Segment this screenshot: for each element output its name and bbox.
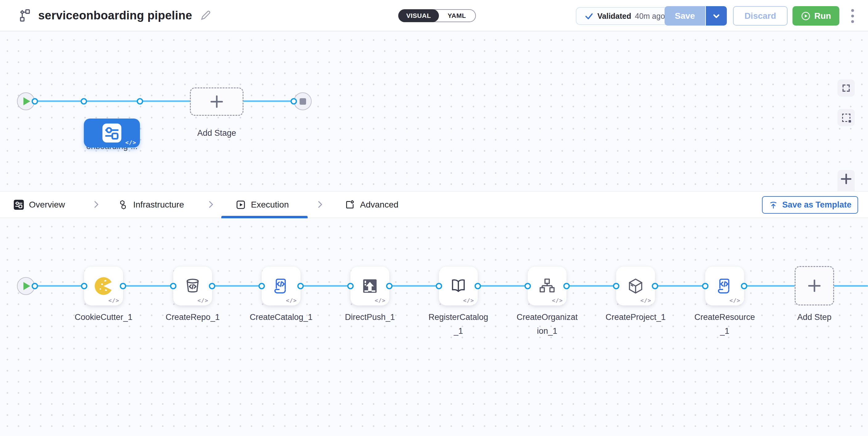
direct-push-icon bbox=[361, 277, 379, 295]
chevron-right-icon bbox=[91, 200, 101, 209]
zoom-out-button[interactable] bbox=[837, 188, 855, 192]
check-icon bbox=[584, 11, 594, 21]
execution-canvas[interactable]: </> </> bbox=[0, 218, 868, 436]
port bbox=[563, 283, 570, 290]
step-node-cookiecutter[interactable]: </> bbox=[84, 267, 123, 305]
port bbox=[652, 283, 658, 290]
pipeline-icon bbox=[17, 8, 31, 23]
port bbox=[209, 283, 215, 290]
selection-mode-button[interactable] bbox=[837, 109, 855, 126]
step-code-badge: </> bbox=[286, 297, 297, 304]
step-node-createproject[interactable]: </> bbox=[616, 267, 655, 305]
infrastructure-icon bbox=[118, 200, 128, 210]
advanced-icon bbox=[345, 200, 355, 210]
active-tab-underline bbox=[221, 216, 308, 218]
step-code-badge: </> bbox=[552, 297, 563, 304]
add-step-button[interactable] bbox=[795, 266, 834, 305]
step-node-createorganization[interactable]: </> bbox=[528, 267, 566, 305]
marquee-icon bbox=[842, 113, 850, 122]
pipeline-studio: serviceonboarding pipeline VISUAL YAML V… bbox=[0, 0, 868, 436]
step-code-badge: </> bbox=[108, 297, 119, 304]
run-label: Run bbox=[814, 11, 831, 21]
port bbox=[347, 283, 354, 290]
port bbox=[436, 283, 442, 290]
step-node-directpush[interactable]: </> bbox=[350, 267, 389, 305]
port bbox=[741, 283, 747, 290]
open-book-icon bbox=[449, 276, 468, 296]
toggle-visual[interactable]: VISUAL bbox=[398, 9, 439, 22]
stage-canvas[interactable]: </> service- onboarding-... Add Stage bbox=[0, 31, 868, 191]
save-options-button[interactable] bbox=[706, 6, 727, 26]
cookie-cutter-icon bbox=[94, 276, 113, 296]
org-chart-icon bbox=[538, 277, 556, 295]
zoom-in-button[interactable] bbox=[837, 170, 855, 188]
run-button[interactable]: Run bbox=[793, 6, 839, 26]
toggle-yaml[interactable]: YAML bbox=[438, 9, 475, 22]
step-label: CookieCutter_1 bbox=[63, 310, 144, 324]
stop-icon bbox=[300, 98, 306, 105]
add-stage-button[interactable] bbox=[190, 88, 244, 116]
tab-execution[interactable]: Execution bbox=[236, 192, 289, 218]
stage-flow-line bbox=[26, 100, 303, 102]
port bbox=[613, 283, 620, 290]
overview-icon bbox=[13, 200, 24, 210]
repo-bucket-icon bbox=[183, 277, 202, 295]
plus-icon bbox=[841, 174, 851, 184]
port bbox=[291, 98, 297, 105]
stage-node[interactable]: </> bbox=[84, 119, 140, 147]
save-button[interactable]: Save bbox=[664, 6, 706, 26]
kebab-menu-icon[interactable] bbox=[843, 7, 862, 25]
pencil-icon[interactable] bbox=[199, 9, 212, 22]
discard-button[interactable]: Discard bbox=[733, 6, 787, 26]
port bbox=[525, 283, 531, 290]
fullscreen-button[interactable] bbox=[837, 79, 855, 97]
start-play-icon bbox=[24, 97, 30, 105]
play-circle-icon bbox=[801, 11, 811, 21]
step-code-badge: </> bbox=[640, 297, 651, 304]
validated-time: 40m ago bbox=[635, 12, 665, 21]
code-scroll-icon bbox=[715, 276, 734, 296]
add-step-label: Add Step bbox=[774, 310, 855, 324]
plus-icon bbox=[211, 96, 223, 108]
chevron-right-icon bbox=[315, 200, 325, 209]
port bbox=[702, 283, 709, 290]
upload-icon bbox=[769, 200, 778, 210]
step-node-createresource[interactable]: </> bbox=[705, 267, 744, 305]
step-node-createrepo[interactable]: </> bbox=[173, 267, 212, 305]
title-group: serviceonboarding pipeline bbox=[17, 0, 212, 31]
page-title: serviceonboarding pipeline bbox=[38, 9, 192, 22]
plus-icon bbox=[808, 279, 820, 292]
step-label: RegisterCatalog_1 bbox=[418, 310, 498, 338]
fullscreen-icon bbox=[841, 83, 851, 93]
step-code-badge: </> bbox=[463, 297, 474, 304]
mode-toggle: VISUAL YAML bbox=[398, 9, 476, 22]
header: serviceonboarding pipeline VISUAL YAML V… bbox=[0, 0, 868, 31]
step-node-createcatalog[interactable]: </> bbox=[262, 267, 301, 305]
chevron-right-icon bbox=[206, 200, 216, 209]
save-as-template-button[interactable]: Save as Template bbox=[762, 196, 858, 214]
step-code-badge: </> bbox=[374, 297, 385, 304]
tab-advanced[interactable]: Advanced bbox=[345, 192, 399, 218]
port bbox=[81, 98, 87, 105]
step-label: CreateProject_1 bbox=[595, 310, 676, 324]
port bbox=[258, 283, 265, 290]
tab-infrastructure[interactable]: Infrastructure bbox=[118, 192, 184, 218]
stage-pipeline-icon bbox=[102, 123, 122, 143]
save-split-button: Save bbox=[664, 6, 727, 26]
step-node-registercatalog[interactable]: </> bbox=[439, 267, 478, 305]
add-stage-label: Add Stage bbox=[177, 126, 257, 140]
port bbox=[386, 283, 393, 290]
code-scroll-icon bbox=[272, 276, 291, 296]
step-code-badge: </> bbox=[729, 297, 740, 304]
tab-overview[interactable]: Overview bbox=[13, 192, 65, 218]
step-code-badge: </> bbox=[197, 297, 208, 304]
stage-tab-bar: Overview Infrastructure bbox=[0, 191, 868, 218]
validated-label: Validated bbox=[597, 12, 631, 21]
validated-badge[interactable]: Validated 40m ago bbox=[576, 7, 674, 25]
port bbox=[170, 283, 177, 290]
step-label: CreateOrganization_1 bbox=[507, 310, 587, 338]
port bbox=[120, 283, 126, 290]
cube-icon bbox=[626, 277, 645, 295]
port bbox=[32, 283, 38, 290]
step-label: CreateRepo_1 bbox=[153, 310, 233, 324]
